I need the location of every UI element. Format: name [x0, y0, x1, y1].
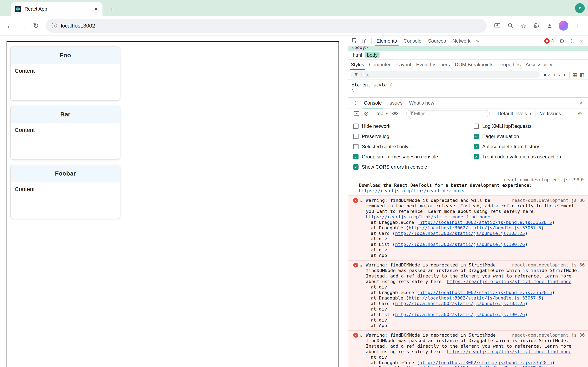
- inspect-element-icon[interactable]: [350, 36, 360, 45]
- toggle-element-state-button[interactable]: :hov: [540, 72, 552, 77]
- extensions-icon[interactable]: [531, 20, 542, 31]
- styles-filter-input[interactable]: Filter: [351, 71, 540, 78]
- console-setting-hide-network[interactable]: Hide network: [353, 121, 474, 131]
- expand-triangle-icon[interactable]: ▶: [361, 333, 363, 339]
- console-sidebar-toggle-icon[interactable]: [352, 109, 361, 118]
- element-style-rule[interactable]: element.style { }: [348, 80, 588, 98]
- stack-source-link[interactable]: http://localhost:3002/static/js/bundle.j…: [408, 225, 541, 230]
- console-setting-autocomplete-from-history[interactable]: ✓Autocomplete from history: [474, 142, 561, 152]
- drawer-tab-console[interactable]: Console: [361, 98, 385, 108]
- computed-sidebar-toggle-icon[interactable]: ◧: [579, 72, 586, 78]
- install-app-icon[interactable]: [492, 20, 503, 31]
- drawer-menu-icon[interactable]: ⋮: [351, 99, 361, 108]
- console-setting-selected-context-only[interactable]: Selected context only: [353, 142, 474, 152]
- subtab-event-listeners[interactable]: Event Listeners: [414, 59, 452, 70]
- devtools-tab-elements[interactable]: Elements: [373, 36, 400, 46]
- subtab-accessibility[interactable]: Accessibility: [523, 59, 555, 70]
- card-bar[interactable]: Bar Content: [10, 106, 121, 160]
- stack-source-link[interactable]: http://localhost:3002/static/js/bundle.j…: [419, 360, 552, 365]
- expand-triangle-icon[interactable]: ▶: [361, 198, 363, 204]
- subtab-layout[interactable]: Layout: [394, 59, 414, 70]
- dom-node-tag[interactable]: <body>: [352, 47, 368, 50]
- element-classes-button[interactable]: .cls: [551, 72, 561, 77]
- checkbox[interactable]: [474, 124, 479, 129]
- message-link[interactable]: https://reactjs.org/link/strict-mode-fin…: [366, 214, 490, 219]
- new-tab-button[interactable]: +: [107, 4, 117, 14]
- devtools-settings-icon[interactable]: ⚙: [557, 36, 567, 45]
- downloads-icon[interactable]: [544, 20, 555, 31]
- checkbox[interactable]: ✓: [474, 154, 479, 159]
- reload-button[interactable]: ↻: [30, 20, 42, 31]
- browser-menu-icon[interactable]: ⋮: [572, 20, 583, 31]
- devtools-close-icon[interactable]: ×: [577, 36, 586, 45]
- checkbox[interactable]: [353, 134, 359, 139]
- devtools-menu-icon[interactable]: ⋮: [567, 36, 577, 45]
- back-button[interactable]: ←: [4, 20, 16, 31]
- console-settings-icon[interactable]: ⚙: [575, 109, 585, 118]
- console-setting-treat-code-evaluation-as-user-action[interactable]: ✓Treat code evaluation as user action: [474, 152, 561, 162]
- stack-source-link[interactable]: http://localhost:3002/static/js/bundle.j…: [395, 312, 525, 317]
- profile-avatar[interactable]: [559, 21, 568, 31]
- bookmark-star-icon[interactable]: ☆: [518, 20, 529, 31]
- stack-source-link[interactable]: http://localhost:3002/static/js/bundle.j…: [419, 290, 552, 295]
- error-count[interactable]: 3: [551, 38, 554, 44]
- error-badge-icon[interactable]: ×: [544, 38, 550, 44]
- address-bar[interactable]: ⓘ localhost:3002: [46, 19, 487, 33]
- devtools-tab-network[interactable]: Network: [449, 36, 474, 46]
- subtab-properties[interactable]: Properties: [496, 59, 523, 70]
- style-selector[interactable]: element.style: [352, 82, 387, 87]
- issues-status[interactable]: No Issues: [537, 111, 563, 117]
- clear-console-icon[interactable]: ⊘: [361, 109, 371, 118]
- message-source-link[interactable]: react-dom.development.js:29895: [364, 177, 585, 183]
- breadcrumb-html[interactable]: html: [351, 52, 364, 58]
- message-link[interactable]: https://reactjs.org/link/strict-mode-fin…: [447, 349, 571, 354]
- new-style-rule-button[interactable]: +: [561, 72, 568, 78]
- forward-button[interactable]: →: [17, 20, 29, 31]
- stack-source-link[interactable]: http://localhost:3002/static/js/bundle.j…: [395, 231, 525, 236]
- tab-close-icon[interactable]: ×: [93, 6, 99, 12]
- expand-triangle-icon[interactable]: ▶: [361, 263, 363, 268]
- checkbox[interactable]: ✓: [353, 154, 359, 159]
- grid-overlay-icon[interactable]: ▦: [571, 72, 579, 78]
- devtools-tab-console[interactable]: Console: [400, 36, 425, 46]
- console-setting-log-xmlhttprequests[interactable]: Log XMLHttpRequests: [474, 121, 561, 131]
- stack-source-link[interactable]: http://localhost:3002/static/js/bundle.j…: [395, 242, 525, 247]
- browser-tab[interactable]: React App ×: [11, 2, 103, 16]
- message-link[interactable]: https://reactjs.org/link/react-devtools: [359, 188, 465, 193]
- dom-tree-clipped-row[interactable]: <body>: [348, 47, 588, 51]
- site-info-icon[interactable]: ⓘ: [52, 22, 57, 30]
- message-source-link[interactable]: react-dom.development.js:86: [512, 198, 585, 203]
- stack-source-link[interactable]: http://localhost:3002/static/js/bundle.j…: [395, 301, 525, 306]
- card-foo[interactable]: Foo Content: [10, 47, 121, 101]
- device-toolbar-icon[interactable]: [360, 36, 370, 45]
- console-setting-show-cors-errors-in-console[interactable]: ✓Show CORS errors in console: [353, 162, 474, 172]
- subtab-computed[interactable]: Computed: [366, 59, 394, 70]
- log-levels-dropdown[interactable]: Default levels▼: [496, 111, 534, 117]
- console-setting-group-similar-messages-in-console[interactable]: ✓Group similar messages in console: [353, 152, 474, 162]
- card-foobar[interactable]: Foobar Content: [10, 165, 121, 219]
- stack-source-link[interactable]: http://localhost:3002/static/js/bundle.j…: [419, 220, 552, 225]
- console-setting-eager-evaluation[interactable]: ✓Eager evaluation: [474, 131, 561, 142]
- search-lens-icon[interactable]: [505, 20, 516, 31]
- more-tabs-icon[interactable]: »: [474, 38, 481, 44]
- message-link[interactable]: https://reactjs.org/link/strict-mode-fin…: [447, 279, 571, 284]
- console-filter-input[interactable]: Filter: [406, 110, 490, 117]
- drawer-tab-issues[interactable]: Issues: [385, 98, 406, 108]
- execution-context-selector[interactable]: top▼: [375, 111, 390, 117]
- subtab-styles[interactable]: Styles: [348, 59, 366, 70]
- stack-source-link[interactable]: http://localhost:3002/static/js/bundle.j…: [408, 366, 541, 367]
- checkbox[interactable]: ✓: [474, 134, 479, 139]
- checkbox[interactable]: [353, 124, 359, 129]
- subtab-dom-breakpoints[interactable]: DOM Breakpoints: [452, 59, 496, 70]
- drawer-tab-whats-new[interactable]: What's new: [406, 98, 437, 108]
- message-source-link[interactable]: react-dom.development.js:86: [512, 262, 585, 268]
- message-source-link[interactable]: react-dom.development.js:86: [512, 332, 585, 338]
- devtools-tab-sources[interactable]: Sources: [425, 36, 449, 46]
- stack-source-link[interactable]: http://localhost:3002/static/js/bundle.j…: [408, 295, 541, 300]
- drawer-close-icon[interactable]: ×: [576, 99, 586, 108]
- checkbox[interactable]: [353, 144, 359, 149]
- checkbox[interactable]: ✓: [474, 144, 479, 149]
- console-setting-preserve-log[interactable]: Preserve log: [353, 131, 474, 142]
- live-expression-eye-icon[interactable]: [390, 109, 400, 118]
- checkbox[interactable]: ✓: [353, 164, 359, 170]
